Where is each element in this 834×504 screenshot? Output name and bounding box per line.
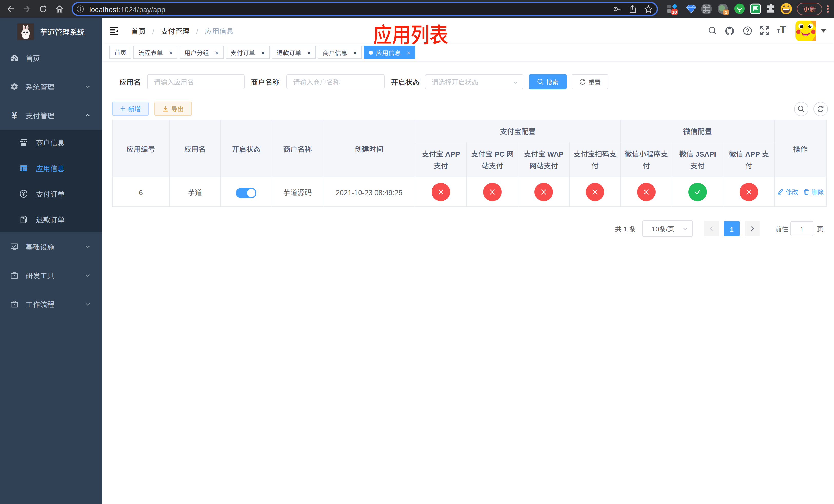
svg-text:10: 10: [672, 10, 677, 15]
svg-text:1: 1: [725, 10, 727, 15]
